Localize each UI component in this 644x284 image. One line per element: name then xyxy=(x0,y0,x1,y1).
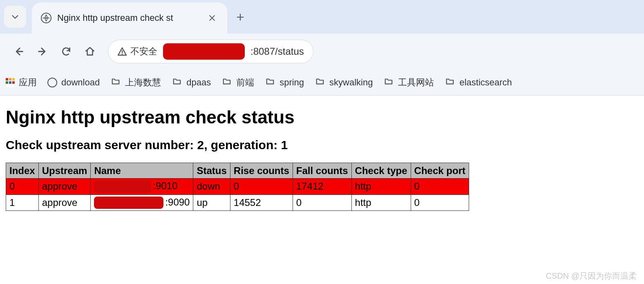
table-cell: approve xyxy=(38,195,91,211)
arrow-left-icon xyxy=(13,46,25,57)
status-table: IndexUpstreamNameStatusRise countsFall c… xyxy=(6,163,469,211)
table-cell: 1 xyxy=(6,195,39,211)
folder-icon xyxy=(172,77,182,88)
browser-tab[interactable]: Nginx http upstream check st xyxy=(32,2,227,34)
column-header: Upstream xyxy=(38,163,91,179)
reload-icon xyxy=(61,46,72,57)
table-cell: 0 xyxy=(230,179,293,195)
warning-icon xyxy=(117,47,127,56)
bookmark-label: spring xyxy=(280,77,304,88)
tab-close-button[interactable] xyxy=(206,12,218,24)
table-body: 0approve:9010down017412http01approve:909… xyxy=(6,179,469,211)
reload-button[interactable] xyxy=(56,42,76,61)
folder-icon xyxy=(221,77,232,88)
tab-search-button[interactable] xyxy=(4,6,26,28)
bookmarks-bar: 应用 download 上海数慧dpaas前端springskywalking工… xyxy=(0,69,644,96)
table-cell: http xyxy=(351,179,411,195)
table-cell: http xyxy=(351,195,411,211)
table-cell: :9090 xyxy=(91,195,193,211)
table-cell: :9010 xyxy=(91,179,193,195)
new-tab-button[interactable] xyxy=(232,9,248,25)
column-header: Check type xyxy=(351,163,411,179)
security-status[interactable]: 不安全 xyxy=(117,45,157,58)
globe-icon xyxy=(47,78,57,87)
forward-button[interactable] xyxy=(33,42,52,61)
column-header: Fall counts xyxy=(293,163,351,179)
redacted-name xyxy=(94,197,163,209)
redacted-host xyxy=(163,43,245,60)
bookmark-folder[interactable]: spring xyxy=(265,77,304,88)
bookmark-folder[interactable]: 工具网站 xyxy=(383,76,434,89)
bookmark-folder[interactable]: dpaas xyxy=(172,77,211,88)
bookmark-label: elasticsearch xyxy=(459,77,512,88)
table-cell: 0 xyxy=(411,179,469,195)
table-cell: 0 xyxy=(6,179,39,195)
bookmark-label: download xyxy=(61,77,100,88)
bookmark-folder[interactable]: skywalking xyxy=(315,77,373,88)
page-subtitle: Check upstream server number: 2, generat… xyxy=(6,138,638,152)
tabstrip: Nginx http upstream check st xyxy=(0,0,644,34)
column-header: Check port xyxy=(411,163,469,179)
table-row: 0approve:9010down017412http0 xyxy=(6,179,469,195)
bookmark-label: 前端 xyxy=(236,76,254,89)
folder-icon xyxy=(315,77,325,88)
table-header-row: IndexUpstreamNameStatusRise countsFall c… xyxy=(6,163,469,179)
redacted-name xyxy=(94,181,151,193)
table-row: 1approve:9090up145520http0 xyxy=(6,195,469,211)
column-header: Index xyxy=(6,163,39,179)
table-cell: down xyxy=(193,179,230,195)
folder-icon xyxy=(110,77,121,88)
column-header: Rise counts xyxy=(230,163,293,179)
bookmark-label: 工具网站 xyxy=(398,76,434,89)
table-cell: approve xyxy=(38,179,91,195)
column-header: Status xyxy=(193,163,230,179)
home-icon xyxy=(85,46,95,57)
table-cell: up xyxy=(193,195,230,211)
folder-icon xyxy=(445,77,455,88)
arrow-right-icon xyxy=(37,46,48,57)
bookmark-label: dpaas xyxy=(186,77,211,88)
table-cell: 14552 xyxy=(230,195,293,211)
close-icon xyxy=(208,14,216,22)
chevron-down-icon xyxy=(11,12,20,21)
apps-icon xyxy=(6,78,15,87)
table-cell: 17412 xyxy=(293,179,351,195)
back-button[interactable] xyxy=(9,42,29,61)
column-header: Name xyxy=(91,163,193,179)
bookmark-folder[interactable]: 前端 xyxy=(221,76,254,89)
bookmark-download[interactable]: download xyxy=(47,77,100,88)
bookmark-folder[interactable]: 上海数慧 xyxy=(110,76,161,89)
home-button[interactable] xyxy=(80,42,100,61)
tab-title: Nginx http upstream check st xyxy=(57,13,200,23)
bookmark-folder[interactable]: elasticsearch xyxy=(445,77,512,88)
table-cell: 0 xyxy=(293,195,351,211)
page-title: Nginx http upstream check status xyxy=(6,107,638,127)
toolbar: 不安全 :8087/status xyxy=(0,34,644,69)
apps-shortcut[interactable]: 应用 xyxy=(6,76,37,89)
bookmark-label: 上海数慧 xyxy=(125,76,161,89)
folder-icon xyxy=(265,77,275,88)
plus-icon xyxy=(236,13,245,22)
table-cell: 0 xyxy=(411,195,469,211)
security-label: 不安全 xyxy=(130,45,157,58)
url-suffix: :8087/status xyxy=(250,46,304,57)
globe-icon xyxy=(41,13,51,23)
folder-icon xyxy=(383,77,394,88)
apps-label: 应用 xyxy=(19,76,37,89)
address-bar[interactable]: 不安全 :8087/status xyxy=(108,40,313,63)
page-content: Nginx http upstream check status Check u… xyxy=(0,96,644,218)
bookmark-label: skywalking xyxy=(329,77,373,88)
